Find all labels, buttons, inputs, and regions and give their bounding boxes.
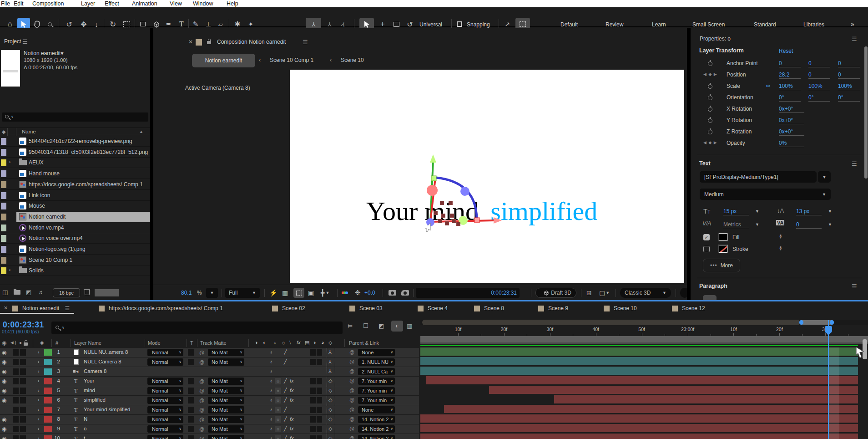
property-value[interactable]: 0° [779, 94, 801, 102]
draft-3d-button[interactable]: Draft 3D [535, 288, 576, 298]
track-matte-dropdown[interactable]: No Mat∨ [208, 425, 244, 433]
fx-switch-icon[interactable]: fx [290, 435, 294, 439]
fx-switch-icon[interactable]: fx [290, 378, 294, 383]
preserve-transparency-toggle[interactable] [188, 435, 194, 439]
workspace-review[interactable]: Review [606, 21, 623, 28]
time-navigator[interactable] [420, 320, 868, 325]
project-item[interactable]: Notion vo.mp4 [0, 223, 150, 233]
threed-person-icon[interactable]: ⅄ [328, 368, 332, 374]
fast-preview-icon[interactable]: ⚡ [269, 288, 277, 298]
quality-slash-icon[interactable]: ╱ [284, 378, 287, 384]
label-chip[interactable] [1, 246, 6, 253]
menu-help[interactable]: Help [227, 0, 238, 7]
workspace-learn[interactable]: Learn [652, 21, 666, 28]
project-search-input[interactable]: ∨ [2, 112, 148, 122]
keyframe-handle[interactable] [434, 211, 438, 215]
audio-toggle[interactable] [13, 397, 19, 403]
fx-switch-icon[interactable]: fx [290, 426, 294, 431]
keyframe-handle[interactable] [449, 201, 453, 205]
mode-dropdown[interactable]: Normal∨ [147, 406, 183, 413]
threed-cube-icon[interactable]: ◇ [328, 426, 332, 432]
workspace-libraries[interactable]: Libraries [803, 21, 824, 28]
breadcrumb-root[interactable]: Scene 10 [341, 57, 364, 63]
time-ruler[interactable]: 10f20f30f40f50f23:00f10f20f30f [420, 326, 868, 336]
threed-cube-icon[interactable]: ◇ [328, 378, 332, 384]
pixel-aspect-icon[interactable]: ▢▼ [599, 288, 610, 298]
timeline-layer-row[interactable]: ◉›5TmindNormal∨@No Mat∨♁☼╱fx◇@7. Your mi… [0, 386, 419, 396]
bit-depth-button[interactable]: 16 bpc [53, 288, 80, 297]
preserve-transparency-toggle[interactable] [188, 397, 194, 403]
more-button[interactable]: •••More [703, 259, 740, 272]
adjustment-toggle[interactable] [317, 378, 322, 384]
layer-label-chip[interactable] [44, 349, 52, 356]
matte-pickwhip-icon[interactable]: @ [199, 388, 204, 393]
transparency-grid-icon[interactable]: ▦ [282, 288, 288, 298]
property-value[interactable]: 0 [779, 60, 801, 67]
property-value[interactable]: 0 [838, 60, 860, 67]
stopwatch-icon[interactable] [708, 96, 712, 100]
eye-icon[interactable]: ◉ [2, 416, 6, 423]
timeline-tab[interactable]: Scene 12 [672, 303, 705, 314]
parent-pickwhip-icon[interactable]: @ [349, 378, 354, 383]
graph-editor-icon[interactable]: ▥ [407, 322, 412, 329]
layer-label-chip[interactable] [44, 368, 52, 375]
project-item[interactable]: ›AEUX [0, 158, 150, 168]
parent-pickwhip-icon[interactable]: @ [349, 426, 354, 431]
quality-switch-icon[interactable]: ☼ [275, 378, 281, 384]
paragraph-menu-icon[interactable]: ☰ [852, 283, 857, 290]
timeline-layer-row[interactable]: ◉›2NULL Camera 8Normal∨@No Mat∨♁╱⅄@1. NU… [0, 357, 419, 367]
label-chip[interactable] [1, 257, 6, 264]
menu-layer[interactable]: Layer [81, 0, 95, 7]
keyframe-handle[interactable] [440, 201, 444, 205]
matte-pickwhip-icon[interactable]: @ [199, 398, 204, 403]
motion-blur-toggle[interactable] [310, 359, 316, 365]
property-value[interactable]: 0x+0° [779, 128, 804, 136]
property-value[interactable]: 0 [808, 60, 830, 67]
timeline-timecode[interactable]: 0:00:23:31 [3, 320, 44, 330]
expand-chevron-icon[interactable]: › [38, 378, 39, 383]
preserve-transparency-toggle[interactable] [188, 359, 194, 365]
solo-toggle[interactable] [20, 378, 26, 384]
expand-chevron-icon[interactable]: › [38, 369, 39, 374]
eye-icon[interactable]: ◉ [2, 388, 6, 394]
preserve-transparency-toggle[interactable] [188, 407, 194, 413]
layer-bar[interactable] [554, 395, 858, 403]
property-value[interactable]: 0 [808, 71, 830, 79]
parent-pickwhip-icon[interactable]: @ [349, 397, 354, 403]
timeline-tab-close-icon[interactable]: ✕ [4, 305, 8, 311]
frame-blend-icon[interactable]: ◩ [378, 322, 384, 329]
fx-switch-icon[interactable]: fx [290, 388, 294, 393]
track-matte-dropdown[interactable]: No Mat∨ [208, 378, 244, 385]
audio-toggle[interactable] [13, 349, 19, 356]
label-chip[interactable] [1, 149, 6, 156]
keyframe-handle[interactable] [441, 214, 445, 218]
adjustment-toggle[interactable] [317, 397, 322, 403]
tab-menu-icon[interactable]: ☰ [65, 305, 70, 311]
layer-bar[interactable] [426, 376, 858, 384]
expand-chevron-icon[interactable]: › [38, 388, 39, 393]
preserve-transparency-toggle[interactable] [188, 378, 194, 384]
project-item[interactable]: https://docs.google.com/spreadsheets/ Co… [0, 179, 150, 190]
property-value[interactable]: 0% [779, 140, 804, 147]
panel-divider-right[interactable] [687, 28, 691, 300]
channel-icon[interactable] [342, 288, 348, 298]
stroke-eyedropper-icon[interactable]: ✒ [777, 246, 784, 251]
playhead[interactable] [825, 326, 832, 333]
label-chip[interactable] [1, 235, 6, 242]
kerning-chevron[interactable]: ▼ [755, 222, 759, 227]
property-value[interactable]: 0x+0° [779, 117, 804, 124]
property-value[interactable]: 100% [808, 83, 830, 90]
eye-icon[interactable]: ◉ [2, 359, 6, 365]
motion-blur-toggle[interactable] [310, 378, 316, 384]
property-value[interactable]: 0x+0° [779, 106, 804, 113]
work-area-bar[interactable] [420, 336, 868, 344]
label-chip[interactable] [1, 138, 6, 145]
eye-icon[interactable]: ◉ [2, 368, 6, 375]
menu-window[interactable]: Window [193, 0, 213, 7]
timeline-layer-row[interactable]: ◉›6TsimplifiedNormal∨@No Mat∨♁☼╱fx◇@7. Y… [0, 396, 419, 405]
track-matte-dropdown[interactable]: No Mat∨ [208, 397, 244, 404]
mode-dropdown[interactable]: Normal∨ [147, 397, 183, 404]
matte-pickwhip-icon[interactable]: @ [199, 407, 204, 413]
matte-pickwhip-icon[interactable]: @ [199, 426, 204, 432]
anchor-switch-icon[interactable]: ♁ [269, 368, 273, 374]
